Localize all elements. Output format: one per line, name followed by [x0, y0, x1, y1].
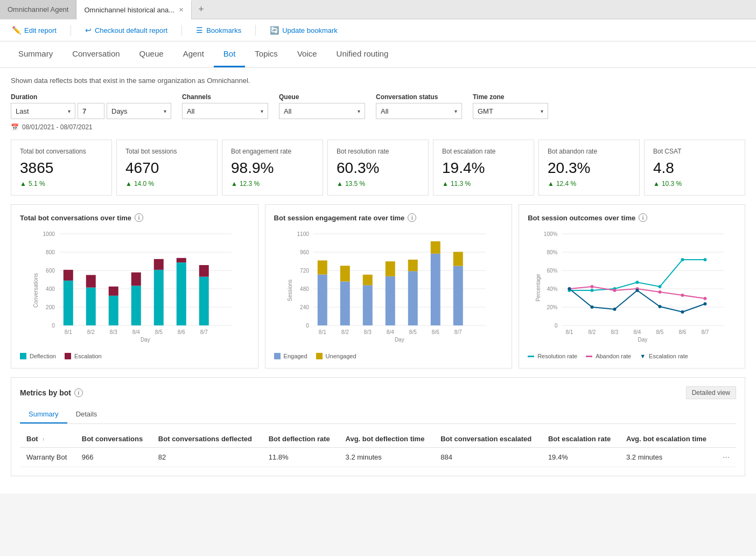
col-avg-escalation[interactable]: Avg. bot escalation time: [620, 430, 716, 448]
bookmarks-label: Bookmarks: [206, 26, 241, 34]
cell-escalated: 884: [434, 448, 542, 467]
svg-rect-59: [430, 241, 440, 254]
metrics-tab-summary[interactable]: Summary: [20, 406, 67, 423]
timezone-select[interactable]: GMT ▾: [473, 103, 548, 119]
col-conversations[interactable]: Bot conversations: [75, 430, 152, 448]
svg-text:8/5: 8/5: [155, 329, 163, 335]
svg-text:80%: 80%: [547, 249, 558, 255]
nav-tab-agent[interactable]: Agent: [173, 41, 214, 67]
svg-rect-55: [385, 261, 395, 276]
info-icon-chart1[interactable]: i: [135, 213, 143, 222]
col-escalation-rate[interactable]: Bot escalation rate: [542, 430, 620, 448]
kpi-change-3: ▲ 13.5 %: [337, 180, 419, 187]
queue-select[interactable]: All ▾: [279, 103, 365, 119]
duration-value-input[interactable]: [78, 103, 104, 119]
col-deflection-rate[interactable]: Bot deflection rate: [262, 430, 339, 448]
svg-point-84: [591, 289, 594, 292]
chart2-svg: Sessions 1100 960 720 480 240 0: [274, 228, 503, 347]
close-tab-icon[interactable]: ✕: [179, 6, 184, 13]
kpi-value-3: 60.3%: [337, 159, 419, 177]
svg-rect-60: [453, 266, 463, 325]
add-tab-button[interactable]: +: [192, 4, 211, 15]
chart-outcomes-over-time: Bot session outcomes over time i Percent…: [519, 204, 745, 369]
svg-text:60%: 60%: [547, 268, 558, 274]
kpi-card-3: Bot resolution rate 60.3% ▲ 13.5 %: [327, 140, 429, 196]
kpi-value-0: 3865: [20, 159, 103, 177]
svg-text:400: 400: [46, 286, 55, 292]
filters-row: Duration Last ▾ Days ▾ Channels All ▾ Q: [11, 93, 745, 119]
info-icon-chart2[interactable]: i: [408, 213, 416, 222]
conv-status-select[interactable]: All ▾: [376, 103, 462, 119]
svg-text:0: 0: [52, 323, 55, 329]
main-content: Shown data reflects bots that exist in t…: [0, 68, 756, 494]
svg-point-88: [681, 258, 684, 261]
col-deflected[interactable]: Bot conversations deflected: [152, 430, 262, 448]
svg-point-95: [681, 294, 684, 297]
nav-tab-topics[interactable]: Topics: [245, 41, 288, 67]
nav-tab-queue[interactable]: Queue: [130, 41, 173, 67]
update-bookmark-label: Update bookmark: [282, 26, 338, 34]
kpi-card-6: Bot CSAT 4.8 ▲ 10.3 %: [644, 140, 745, 196]
col-avg-deflection[interactable]: Avg. bot deflection time: [339, 430, 435, 448]
chart3-legend: Resolution rate Abandon rate ▼ Escalatio…: [528, 353, 736, 359]
update-bookmark-button[interactable]: 🔄 Update bookmark: [267, 24, 341, 37]
kpi-title-5: Bot abandon rate: [548, 148, 631, 155]
toolbar-divider-1: [71, 25, 71, 36]
nav-tab-conversation[interactable]: Conversation: [62, 41, 129, 67]
bookmarks-button[interactable]: ☰ Bookmarks: [193, 24, 244, 37]
duration-type-select[interactable]: Last ▾: [11, 103, 75, 119]
conv-status-label: Conversation status: [376, 93, 462, 101]
arrow-up-icon-6: ▲: [653, 180, 660, 187]
browser-tab-agent[interactable]: Omnichannel Agent: [0, 0, 76, 19]
svg-text:8/1: 8/1: [318, 329, 326, 335]
svg-rect-48: [317, 275, 327, 326]
kpi-change-1: ▲ 14.0 %: [125, 180, 208, 187]
bookmark-icon: ☰: [196, 26, 203, 34]
svg-text:20%: 20%: [547, 304, 558, 310]
channels-select[interactable]: All ▾: [182, 103, 268, 119]
toolbar-divider-2: [181, 25, 182, 36]
svg-text:8/6: 8/6: [679, 329, 687, 335]
detailed-view-button[interactable]: Detailed view: [686, 386, 736, 399]
col-bot[interactable]: Bot ↑: [20, 430, 75, 448]
duration-unit-select[interactable]: Days ▾: [107, 103, 171, 119]
col-escalated[interactable]: Bot conversation escalated: [434, 430, 542, 448]
svg-text:200: 200: [46, 304, 55, 310]
kpi-card-2: Bot engagement rate 98.9% ▲ 12.3 %: [222, 140, 323, 196]
checkout-button[interactable]: ↩ Checkout default report: [82, 24, 171, 37]
svg-text:960: 960: [300, 249, 309, 255]
col-more: [716, 430, 736, 448]
edit-report-button[interactable]: ✏️ Edit report: [9, 24, 60, 37]
kpi-value-2: 98.9%: [231, 159, 314, 177]
row-more-button[interactable]: ⋯: [716, 448, 736, 467]
nav-tab-unified-routing[interactable]: Unified routing: [327, 41, 398, 67]
arrow-up-icon-3: ▲: [337, 180, 343, 187]
svg-point-94: [659, 290, 662, 294]
svg-rect-22: [154, 259, 164, 270]
cell-conversations: 966: [75, 448, 152, 467]
svg-text:720: 720: [300, 268, 309, 274]
chart2-title: Bot session engagement rate over time i: [274, 213, 503, 222]
metrics-header: Metrics by bot i Detailed view: [20, 386, 736, 399]
info-icon-metrics[interactable]: i: [74, 388, 83, 397]
arrow-up-icon-0: ▲: [20, 180, 26, 187]
svg-text:0: 0: [306, 323, 309, 329]
nav-tab-bot[interactable]: Bot: [214, 41, 246, 67]
chart2-legend: Engaged Unengaged: [274, 353, 503, 359]
nav-tab-summary[interactable]: Summary: [9, 41, 62, 67]
svg-rect-16: [86, 275, 96, 287]
chart3-svg: Percentage 100% 80% 60% 40% 20% 0: [528, 228, 736, 347]
date-range: 📅 08/01/2021 - 08/07/2021: [11, 123, 745, 131]
info-icon-chart3[interactable]: i: [639, 213, 647, 222]
nav-tab-voice[interactable]: Voice: [288, 41, 327, 67]
svg-text:8/2: 8/2: [589, 329, 596, 335]
svg-rect-20: [131, 273, 141, 286]
svg-point-102: [681, 310, 684, 314]
browser-tab-historical[interactable]: Omnichannel historical ana... ✕: [76, 0, 192, 19]
chart3-area: Percentage 100% 80% 60% 40% 20% 0: [528, 228, 736, 349]
cell-escalation-rate: 19.4%: [542, 448, 620, 467]
svg-text:Sessions: Sessions: [286, 280, 292, 302]
svg-point-92: [613, 289, 617, 292]
metrics-tab-details[interactable]: Details: [67, 406, 106, 423]
svg-rect-58: [430, 254, 440, 325]
